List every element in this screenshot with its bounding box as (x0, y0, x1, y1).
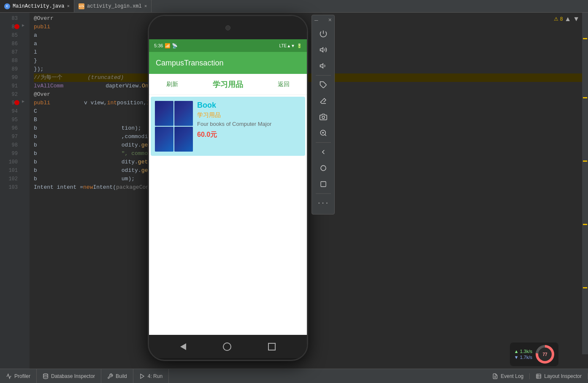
divider-2 (316, 142, 331, 143)
right-margin (582, 13, 588, 354)
event-log-icon (492, 373, 498, 379)
line-102: 102 (0, 175, 18, 183)
layout-inspector-tab[interactable]: Layout Inspector (530, 373, 588, 379)
database-inspector-label: Database Inspector (51, 373, 95, 379)
cpu-circle: 77 (536, 345, 554, 364)
line-100: 100 (0, 158, 18, 166)
phone-time: 5:36 (154, 43, 163, 48)
tab-xml-label: activity_login.xml (87, 3, 142, 9)
code-line-85: a (34, 31, 588, 40)
line-96: 96 (0, 124, 18, 133)
line-93: 93 (0, 99, 18, 107)
profiler-tab[interactable]: Profiler (0, 369, 37, 383)
tab-java-label: MainActivity.java (13, 3, 64, 9)
code-line-91: lvAllCommdapterView.OnItemClickListener(… (34, 82, 588, 90)
code-line-94: C (34, 107, 588, 116)
build-label: Build (116, 373, 127, 379)
app-nav-bar: 刷新 学习用品 返回 (149, 74, 307, 95)
phone-nav-bar (149, 335, 307, 358)
code-line-96: btion); (34, 124, 588, 133)
event-log-label: Event Log (501, 373, 523, 379)
code-line-102: bum); (34, 175, 588, 183)
power-button[interactable] (316, 26, 331, 41)
battery-icon: 🔋 (297, 43, 302, 48)
line-92: 92 (0, 90, 18, 99)
phone-screen: 5:36 📶 📡 LTE▲▼ 🔋 CampusTransaction 刷新 学习… (149, 39, 307, 335)
database-inspector-tab[interactable]: Database Inspector (37, 369, 101, 383)
panel-close[interactable]: × (328, 17, 332, 24)
recents-button[interactable] (268, 343, 276, 350)
item-category: 学习用品 (197, 111, 301, 119)
tag-button[interactable] (316, 77, 331, 92)
tab-xml-close[interactable]: × (144, 4, 147, 9)
line-97: 97 (0, 133, 18, 141)
more-button[interactable]: ··· (316, 196, 331, 211)
back-button[interactable] (180, 343, 186, 350)
nav-category[interactable]: 学习用品 (213, 79, 243, 90)
event-log-tab[interactable]: Event Log (486, 373, 530, 379)
code-line-97: b,commodity.getPicture()); (34, 133, 588, 141)
svg-rect-9 (321, 182, 326, 187)
gutter: ▶ ▶ (21, 13, 30, 369)
app-title: CampusTransaction (156, 59, 223, 68)
nav-refresh[interactable]: 刷新 (166, 81, 178, 88)
home-ctrl-button[interactable] (316, 160, 331, 176)
line-86: 86 (0, 40, 18, 48)
img-cell-2 (174, 101, 193, 126)
tab-xml[interactable]: ≺/≻ activity_login.xml × (74, 0, 152, 12)
bottom-right: Event Log Layout Inspector (486, 373, 588, 379)
svg-point-8 (321, 166, 326, 171)
speed-stats: ▲ 1.3k/s ▼ 1.7k/s (514, 349, 532, 360)
volume-down-button[interactable] (316, 58, 331, 73)
line-94: 94 (0, 107, 18, 116)
code-line-83: @Overrmmodities(); (34, 14, 588, 23)
code-line-90: //为每一个 (truncated) (34, 73, 588, 82)
img-cell-4 (174, 127, 193, 152)
code-line-87: l (34, 48, 588, 57)
volume-up-button[interactable] (316, 42, 331, 57)
code-line-93: publiv view, int position, long id (34, 99, 588, 107)
line-103: 103 (0, 183, 18, 192)
code-lines[interactable]: @Overrmmodities(); publi a a l } (30, 13, 588, 369)
line-91: 91 (0, 82, 18, 90)
fold-93[interactable]: ▶ (22, 99, 24, 104)
line-85: 85 (0, 31, 18, 40)
line-90: 90 (0, 73, 18, 82)
home-button[interactable] (223, 342, 231, 351)
camera-button[interactable] (316, 109, 331, 125)
divider-1 (316, 75, 331, 76)
list-item-card[interactable]: Book 学习用品 Four books of Computer Major 6… (151, 97, 305, 156)
back-ctrl-button[interactable] (316, 144, 331, 160)
tab-java[interactable]: C MainActivity.java × (0, 0, 74, 12)
fold-84[interactable]: ▶ (22, 23, 24, 28)
item-details: Book 学习用品 Four books of Computer Major 6… (197, 101, 301, 139)
margin-mark-3 (583, 160, 587, 162)
zoom-button[interactable] (316, 125, 331, 141)
panel-minimize[interactable]: — (314, 17, 318, 24)
warning-badge[interactable]: ⚠ 8 ▲ ▼ (554, 15, 580, 23)
nav-back[interactable]: 返回 (278, 81, 290, 88)
warning-up[interactable]: ▲ (564, 15, 571, 23)
phone-status-bar: 5:36 📶 📡 LTE▲▼ 🔋 (149, 39, 307, 52)
upload-speed: ▲ 1.3k/s (514, 349, 532, 354)
run-icon (139, 373, 145, 379)
run-tab[interactable]: 4: Run (133, 369, 169, 383)
svg-point-10 (43, 374, 48, 375)
code-line-100: bdity.getPrice()); (34, 158, 588, 166)
layout-inspector-icon (536, 373, 542, 379)
erase-button[interactable] (316, 93, 331, 109)
item-image-grid (155, 101, 193, 152)
warning-down[interactable]: ▼ (573, 15, 580, 23)
phone-camera (225, 25, 230, 30)
line-88: 88 (0, 57, 18, 65)
tab-java-close[interactable]: × (67, 4, 70, 9)
java-icon: C (4, 3, 10, 9)
item-title: Book (197, 101, 301, 110)
line-numbers: 83 84 85 86 87 88 89 90 91 92 93 94 95 9… (0, 13, 21, 369)
line-87: 87 (0, 48, 18, 57)
divider-3 (316, 193, 331, 194)
square-ctrl-button[interactable] (316, 177, 331, 192)
line-83: 83 (0, 14, 18, 23)
line-99: 99 (0, 149, 18, 158)
build-tab[interactable]: Build (101, 369, 133, 383)
